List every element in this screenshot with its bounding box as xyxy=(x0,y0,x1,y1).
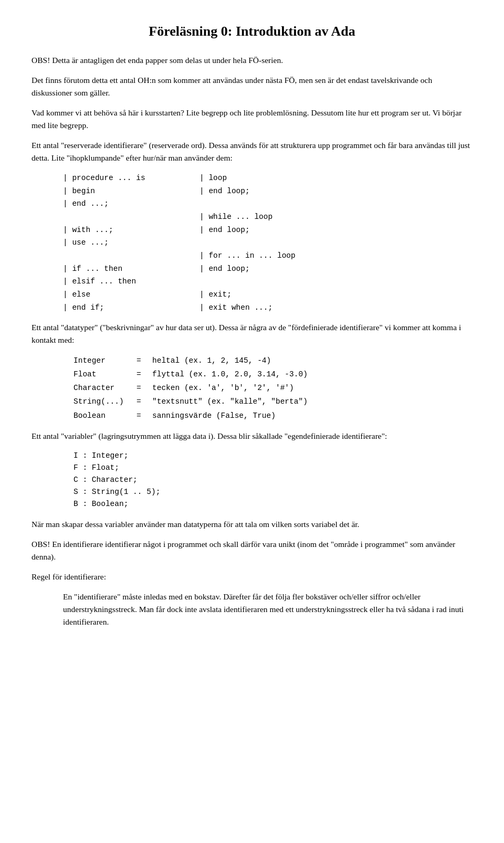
paragraph-6: Ett antal "variabler" (lagringsutrymmen … xyxy=(32,430,472,442)
paragraph-10: En "identifierare" måste inledas med en … xyxy=(63,591,472,628)
code-line: | end ...; xyxy=(63,197,200,210)
code-line: | begin xyxy=(63,185,200,198)
paragraph-9: Regel för identifierare: xyxy=(32,571,472,583)
code-line: | procedure ... is xyxy=(63,172,200,185)
paragraph-4: Ett antal "reserverade identifierare" (r… xyxy=(32,139,472,164)
reserved-words-table: | procedure ... is | begin | end ...; | … xyxy=(63,172,472,314)
data-type-row-integer: Integer = heltal (ex. 1, 2, 145, -4) xyxy=(74,354,472,367)
variable-line: F : Float; xyxy=(74,462,472,474)
code-right-col: | loop | end loop; | while ... loop | en… xyxy=(200,172,304,314)
dt-desc: sanningsvärde (False, True) xyxy=(152,409,276,423)
data-type-row-string: String(...) = "textsnutt" (ex. "kalle", … xyxy=(74,395,472,408)
dt-eq: = xyxy=(136,367,152,381)
code-line: | end loop; xyxy=(200,185,304,198)
variable-line: S : String(1 .. 5); xyxy=(74,486,472,498)
dt-label: Character xyxy=(74,381,136,395)
variable-line: C : Character; xyxy=(74,474,472,486)
code-left-col: | procedure ... is | begin | end ...; | … xyxy=(63,172,200,314)
dt-eq: = xyxy=(136,354,152,367)
variable-line: B : Boolean; xyxy=(74,498,472,510)
dt-label: Integer xyxy=(74,354,136,367)
code-line: | for ... in ... loop xyxy=(200,249,304,262)
code-line: | elsif ... then xyxy=(63,275,200,288)
code-line: | exit when ...; xyxy=(200,301,304,314)
data-type-row-boolean: Boolean = sanningsvärde (False, True) xyxy=(74,409,472,423)
dt-label: String(...) xyxy=(74,395,136,408)
identifier-rule-block: En "identifierare" måste inledas med en … xyxy=(63,591,472,628)
dt-eq: = xyxy=(136,395,152,408)
paragraph-2: Det finns förutom detta ett antal OH:n s… xyxy=(32,74,472,99)
variables-block: I : Integer; F : Float; C : Character; S… xyxy=(74,450,472,511)
data-types-table: Integer = heltal (ex. 1, 2, 145, -4) Flo… xyxy=(74,354,472,422)
code-line: | end if; xyxy=(63,301,200,314)
variable-line: I : Integer; xyxy=(74,450,472,462)
page-title: Föreläsning 0: Introduktion av Ada xyxy=(32,21,472,41)
paragraph-3: Vad kommer vi att behöva så här i kursst… xyxy=(32,107,472,132)
dt-label: Float xyxy=(74,367,136,381)
dt-desc: tecken (ex. 'a', 'b', '2', '#') xyxy=(152,381,294,395)
code-line: | end loop; xyxy=(200,262,304,276)
code-line: | else xyxy=(63,288,200,301)
paragraph-5: Ett antal "datatyper" ("beskrivningar" a… xyxy=(32,321,472,346)
code-line: | with ...; xyxy=(63,224,200,237)
data-type-row-float: Float = flyttal (ex. 1.0, 2.0, 3.14, -3.… xyxy=(74,367,472,381)
code-line: | use ...; xyxy=(63,236,200,249)
code-line xyxy=(200,236,304,249)
code-line xyxy=(63,249,200,262)
paragraph-8: OBS! En identifierare identifierar något… xyxy=(32,538,472,563)
dt-desc: "textsnutt" (ex. "kalle", "berta") xyxy=(152,395,308,408)
dt-label: Boolean xyxy=(74,409,136,423)
code-line: | while ... loop xyxy=(200,210,304,224)
paragraph-7: När man skapar dessa variabler använder … xyxy=(32,518,472,531)
code-line xyxy=(63,210,200,224)
dt-desc: flyttal (ex. 1.0, 2.0, 3.14, -3.0) xyxy=(152,367,308,381)
dt-desc: heltal (ex. 1, 2, 145, -4) xyxy=(152,354,271,367)
data-type-row-character: Character = tecken (ex. 'a', 'b', '2', '… xyxy=(74,381,472,395)
code-line: | if ... then xyxy=(63,262,200,276)
dt-eq: = xyxy=(136,381,152,395)
code-line xyxy=(200,197,304,210)
dt-eq: = xyxy=(136,409,152,423)
paragraph-1: OBS! Detta är antagligen det enda papper… xyxy=(32,54,472,67)
code-line xyxy=(200,275,304,288)
code-line: | loop xyxy=(200,172,304,185)
code-line: | exit; xyxy=(200,288,304,301)
code-line: | end loop; xyxy=(200,224,304,237)
